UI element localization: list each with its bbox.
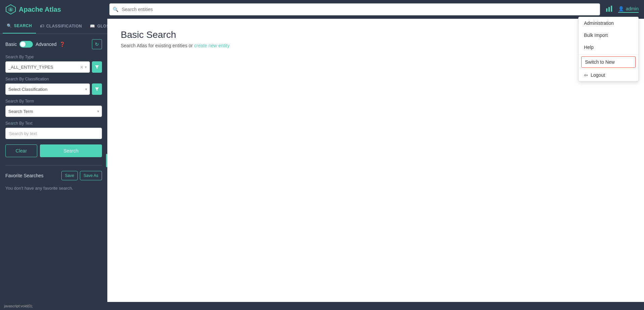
classification-select-wrapper: Select Classification ▾ bbox=[5, 83, 90, 95]
logout-icon: ⇦ bbox=[584, 72, 588, 78]
dropdown-item-switch-to-new[interactable]: Switch to New bbox=[581, 56, 636, 68]
nav-tabs: 🔍 SEARCH 🏷 CLASSIFICATION 📖 GLOSSARY bbox=[0, 19, 107, 34]
dropdown-item-administration[interactable]: Administration bbox=[579, 17, 638, 29]
basic-mode-label: Basic bbox=[5, 42, 17, 47]
sidebar-scroll-handle[interactable] bbox=[106, 154, 107, 167]
search-tab-icon: 🔍 bbox=[7, 23, 12, 28]
save-button[interactable]: Save bbox=[61, 171, 78, 180]
glossary-tab-icon: 📖 bbox=[90, 24, 95, 28]
page-title: Basic Search bbox=[121, 29, 631, 40]
dropdown-item-help[interactable]: Help bbox=[579, 41, 638, 53]
help-icon[interactable]: ❓ bbox=[59, 42, 65, 47]
classification-filter-icon bbox=[95, 87, 99, 91]
admin-dropdown-menu: Administration Bulk Import Help Switch t… bbox=[578, 17, 639, 81]
search-by-text-label: Search By Text bbox=[5, 121, 102, 126]
bar-chart-icon bbox=[605, 5, 613, 12]
dropdown-item-bulk-import[interactable]: Bulk Import bbox=[579, 29, 638, 41]
page-subtitle-text: Search Atlas for existing entities or bbox=[121, 43, 194, 48]
filter-icon bbox=[95, 65, 99, 69]
mode-toggle-switch[interactable] bbox=[19, 41, 33, 48]
global-search-input[interactable] bbox=[109, 3, 600, 15]
content-area: Basic Search Search Atlas for existing e… bbox=[107, 19, 644, 302]
global-search-icon: 🔍 bbox=[113, 7, 118, 12]
bottom-bar: javascript:void(0); bbox=[0, 302, 644, 310]
favorites-title: Favorite Searches bbox=[5, 173, 44, 178]
entity-type-clear-icon[interactable]: ✕ bbox=[80, 65, 84, 70]
app-name: Apache Atlas bbox=[19, 6, 61, 13]
favorites-btn-group: Save Save As bbox=[61, 171, 102, 180]
admin-user-icon: 👤 bbox=[618, 6, 624, 11]
nav-tab-classification[interactable]: 🏷 CLASSIFICATION bbox=[36, 19, 86, 33]
search-by-classification-label: Search By Classification bbox=[5, 77, 102, 81]
favorites-header: Favorite Searches Save Save As bbox=[5, 171, 102, 180]
search-button[interactable]: Search bbox=[40, 144, 102, 157]
mode-row: Basic Advanced ❓ ↻ bbox=[5, 39, 102, 49]
bottom-bar-text: javascript:void(0); bbox=[4, 304, 33, 308]
search-by-term-label: Search By Term bbox=[5, 99, 102, 104]
refresh-button[interactable]: ↻ bbox=[92, 39, 102, 49]
nav-tab-glossary[interactable]: 📖 GLOSSARY bbox=[86, 19, 107, 33]
favorites-section: Favorite Searches Save Save As You don't… bbox=[5, 165, 102, 192]
entity-type-filter-button[interactable] bbox=[92, 61, 102, 73]
chart-icon-button[interactable] bbox=[605, 5, 613, 14]
page-subtitle: Search Atlas for existing entities or cr… bbox=[121, 43, 631, 48]
search-by-type-row: _ALL_ENTITY_TYPES ✕ ▾ bbox=[5, 61, 102, 73]
entity-type-input[interactable]: _ALL_ENTITY_TYPES ✕ ▾ bbox=[5, 61, 90, 73]
logo-area: A Apache Atlas bbox=[5, 4, 109, 15]
sidebar-scrollbar-track[interactable] bbox=[105, 19, 107, 302]
save-as-button[interactable]: Save As bbox=[80, 171, 102, 180]
term-select[interactable]: Search Term bbox=[5, 106, 102, 117]
dropdown-divider bbox=[579, 55, 638, 55]
search-by-classification-row: Select Classification ▾ bbox=[5, 83, 102, 95]
search-panel: Basic Advanced ❓ ↻ Search By Type _ALL_E… bbox=[0, 34, 107, 302]
svg-rect-5 bbox=[611, 6, 612, 12]
nav-tab-search[interactable]: 🔍 SEARCH bbox=[3, 19, 36, 34]
action-buttons-row: Clear Search bbox=[5, 144, 102, 157]
admin-label: admin bbox=[626, 6, 639, 11]
svg-rect-4 bbox=[608, 7, 610, 12]
header-right: 👤 admin bbox=[605, 5, 639, 14]
favorites-empty-text: You don't have any favorite search. bbox=[5, 184, 102, 192]
search-by-term-row: Search Term ▾ bbox=[5, 106, 102, 117]
main-layout: 🔍 SEARCH 🏷 CLASSIFICATION 📖 GLOSSARY Bas… bbox=[0, 19, 644, 302]
svg-rect-3 bbox=[606, 8, 607, 12]
global-search-wrapper: 🔍 bbox=[109, 3, 600, 15]
classification-filter-button[interactable] bbox=[92, 83, 102, 95]
classification-select[interactable]: Select Classification bbox=[5, 83, 90, 95]
svg-text:A: A bbox=[9, 8, 12, 12]
top-header: A Apache Atlas 🔍 👤 admin Administration … bbox=[0, 0, 644, 19]
clear-button[interactable]: Clear bbox=[5, 144, 37, 157]
term-select-wrapper: Search Term ▾ bbox=[5, 106, 102, 117]
search-by-type-label: Search By Type bbox=[5, 55, 102, 59]
admin-menu-button[interactable]: 👤 admin bbox=[618, 6, 639, 13]
sidebar: 🔍 SEARCH 🏷 CLASSIFICATION 📖 GLOSSARY Bas… bbox=[0, 19, 107, 302]
entity-type-caret-icon[interactable]: ▾ bbox=[85, 65, 87, 69]
create-new-entity-link[interactable]: create new entity bbox=[194, 43, 230, 48]
entity-type-value: _ALL_ENTITY_TYPES bbox=[8, 65, 80, 70]
mode-toggle: Basic Advanced ❓ bbox=[5, 41, 65, 48]
dropdown-item-logout[interactable]: ⇦ Logout bbox=[579, 69, 638, 81]
advanced-mode-label: Advanced bbox=[36, 42, 56, 47]
search-text-input[interactable] bbox=[5, 128, 102, 139]
logo-icon: A bbox=[5, 4, 16, 15]
classification-tab-icon: 🏷 bbox=[40, 24, 44, 28]
